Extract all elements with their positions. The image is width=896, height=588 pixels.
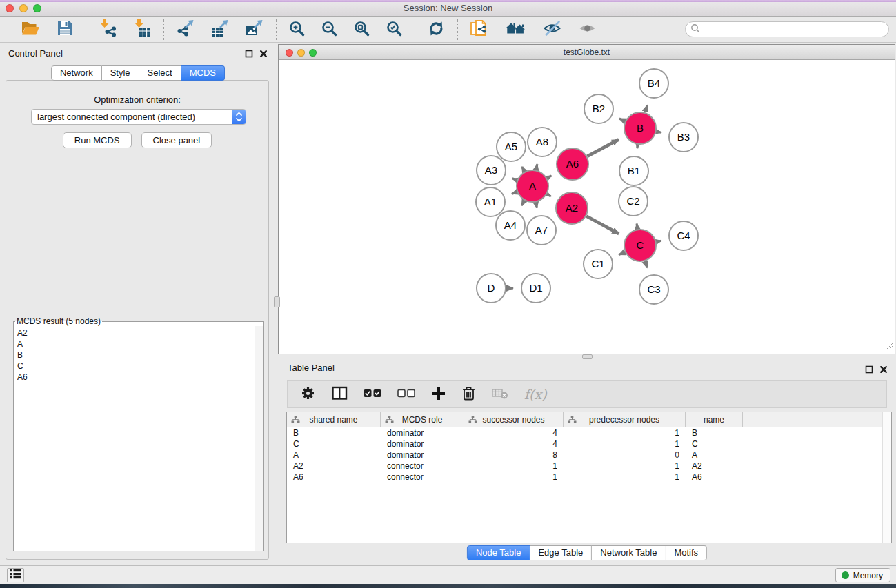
edge-A2-C[interactable] [586, 216, 619, 234]
table-cell[interactable]: B [287, 427, 381, 438]
result-item[interactable]: C [15, 361, 253, 372]
edge-A-A5[interactable] [522, 167, 525, 172]
graph-node-B4[interactable]: B4 [639, 69, 668, 98]
graph-node-A7[interactable]: A7 [527, 216, 556, 245]
run-mcds-button[interactable]: Run MCDS [63, 132, 132, 148]
table-cell[interactable]: connector [381, 460, 464, 472]
table-cell[interactable]: 1 [464, 460, 564, 472]
close-panel-icon[interactable] [259, 48, 268, 61]
column-header-successor-nodes[interactable]: successor nodes [464, 412, 564, 427]
column-header-name[interactable]: name [686, 412, 743, 427]
table-cell[interactable]: C [287, 438, 381, 449]
edge-A-A6[interactable] [547, 176, 551, 179]
table-cell[interactable]: 1 [564, 438, 686, 449]
table-cell[interactable]: 8 [464, 449, 564, 460]
edge-A-A3[interactable] [512, 179, 517, 181]
delete-table-button[interactable] [492, 387, 508, 402]
result-scrollbar[interactable] [255, 326, 263, 551]
houses-button[interactable] [504, 19, 527, 39]
graph-node-B2[interactable]: B2 [584, 94, 613, 123]
table-row[interactable]: A6connector11A6 [287, 472, 891, 483]
graph-node-C4[interactable]: C4 [669, 221, 698, 250]
graph-node-B[interactable]: B [624, 112, 656, 144]
table-cell[interactable]: 0 [564, 449, 686, 460]
graph-node-A2[interactable]: A2 [556, 192, 588, 224]
table-cell[interactable]: A2 [287, 460, 381, 472]
table-cell[interactable]: A6 [686, 472, 743, 483]
tab-mcds[interactable]: MCDS [181, 65, 225, 81]
graph-node-A5[interactable]: A5 [497, 132, 526, 161]
table-row[interactable]: A2connector11A2 [287, 460, 891, 472]
search-input[interactable] [701, 23, 888, 36]
graph-node-D[interactable]: D [477, 274, 506, 303]
export-network-button[interactable] [176, 19, 195, 40]
export-table-button[interactable] [210, 19, 230, 40]
table-cell[interactable]: A2 [686, 460, 743, 472]
table-divider-handle[interactable] [582, 354, 593, 359]
graph-node-A6[interactable]: A6 [557, 148, 588, 180]
edge-C-C2[interactable] [637, 224, 637, 230]
edge-B-B3[interactable] [657, 132, 661, 132]
save-button[interactable] [56, 19, 74, 39]
panel-divider-handle[interactable] [274, 296, 280, 307]
tab-style[interactable]: Style [102, 65, 139, 81]
table-cell[interactable]: dominator [381, 438, 464, 449]
deselect-all-button[interactable] [397, 389, 415, 400]
result-item[interactable]: A6 [15, 372, 253, 383]
add-button[interactable] [431, 386, 446, 403]
tab-network[interactable]: Network [51, 65, 102, 81]
table-cell[interactable]: A [686, 449, 743, 460]
delete-button[interactable] [461, 385, 476, 403]
table-cell[interactable]: dominator [381, 449, 464, 460]
graph-node-B3[interactable]: B3 [669, 123, 698, 152]
table-cell[interactable]: connector [381, 472, 464, 483]
table-cell[interactable]: 1 [464, 472, 564, 483]
import-network-button[interactable] [98, 19, 117, 41]
table-scrollbar[interactable] [882, 412, 891, 543]
table-cell[interactable]: C [686, 438, 743, 449]
edge-C-C3[interactable] [645, 261, 647, 268]
edge-A-A4[interactable] [521, 201, 524, 205]
graph-node-D1[interactable]: D1 [521, 274, 550, 303]
graph-node-C1[interactable]: C1 [584, 250, 613, 278]
graph-node-C3[interactable]: C3 [639, 275, 668, 304]
table-row[interactable]: Adominator80A [287, 449, 891, 460]
open-folder-button[interactable] [20, 19, 41, 39]
select-all-button[interactable] [364, 389, 381, 400]
graph-node-B1[interactable]: B1 [619, 156, 648, 185]
column-header-shared-name[interactable]: shared name [287, 412, 381, 427]
edge-C-C1[interactable] [619, 252, 625, 255]
edge-A-A7[interactable] [536, 203, 537, 208]
graph-node-A8[interactable]: A8 [528, 128, 557, 156]
edge-A6-B[interactable] [587, 139, 619, 156]
table-tab-network-table[interactable]: Network Table [592, 545, 666, 560]
graph-node-A1[interactable]: A1 [476, 187, 505, 216]
refresh-button[interactable] [427, 19, 446, 40]
table-row[interactable]: Bdominator41B [287, 427, 891, 438]
task-history-button[interactable] [7, 568, 24, 582]
zoom-fit-button[interactable] [353, 20, 370, 39]
close-table-panel-icon[interactable] [879, 364, 888, 376]
function-builder-button[interactable]: f(x) [524, 387, 547, 402]
network-canvas[interactable]: B4B2BB3A8A5A6A3B1AC2A1A2A4A7C4CC1C3DD1 [279, 60, 895, 354]
table-cell[interactable]: 1 [564, 460, 686, 472]
edge-A-A8[interactable] [536, 164, 537, 170]
table-cell[interactable]: 4 [464, 427, 564, 438]
open-session-button[interactable] [470, 19, 489, 40]
optimization-select[interactable]: largest connected component (directed) [31, 109, 246, 125]
edge-C-C4[interactable] [656, 241, 661, 242]
edge-B-B1[interactable] [637, 145, 638, 149]
table-cell[interactable]: A [287, 449, 381, 460]
graph-node-A4[interactable]: A4 [496, 211, 525, 240]
gear-button[interactable] [300, 385, 316, 403]
table-tab-edge-table[interactable]: Edge Table [530, 545, 592, 560]
result-item[interactable]: A [15, 338, 253, 349]
zoom-in-button[interactable] [288, 20, 306, 39]
edge-B-B2[interactable] [619, 119, 625, 121]
table-cell[interactable]: B [686, 427, 743, 438]
network-window-titlebar[interactable]: testGlobe.txt [279, 45, 895, 60]
result-item[interactable]: B [15, 349, 253, 361]
graph-node-C2[interactable]: C2 [619, 187, 648, 216]
column-header-predecessor-nodes[interactable]: predecessor nodes [564, 412, 686, 427]
edge-A-A2[interactable] [547, 194, 551, 196]
